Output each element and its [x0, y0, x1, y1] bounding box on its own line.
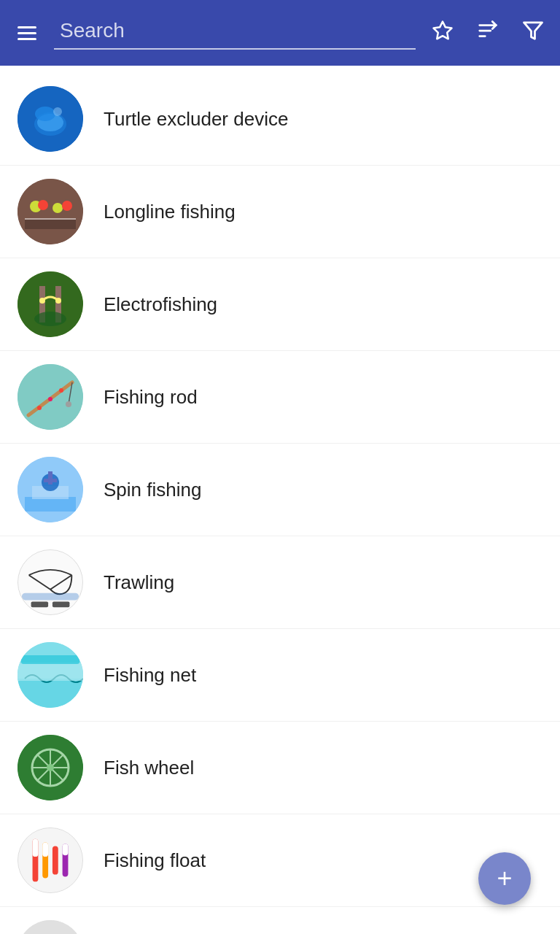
svg-rect-39 — [22, 593, 79, 601]
list-item-turtle-excluder-device[interactable]: Turtle excluder device — [0, 73, 560, 166]
svg-rect-60 — [63, 844, 69, 856]
svg-point-9 — [53, 107, 62, 116]
app-header — [0, 0, 560, 66]
item-title-trawling: Trawling — [104, 571, 174, 594]
svg-point-53 — [18, 828, 82, 892]
svg-point-8 — [35, 107, 55, 121]
svg-rect-35 — [44, 479, 57, 482]
svg-point-22 — [55, 298, 61, 304]
list-item-fishing-float[interactable]: Fishing float — [0, 814, 560, 907]
svg-rect-11 — [25, 219, 76, 229]
item-title-fishing-rod: Fishing rod — [104, 386, 198, 409]
svg-point-17 — [18, 271, 83, 337]
add-button[interactable]: + — [478, 852, 531, 905]
avatar-fishing-float — [18, 827, 83, 893]
item-title-fishing-float: Fishing float — [104, 849, 206, 872]
avatar-fish-wheel — [18, 735, 83, 800]
svg-point-29 — [66, 401, 71, 407]
svg-marker-4 — [524, 22, 542, 39]
svg-marker-0 — [434, 21, 452, 39]
svg-point-10 — [18, 179, 83, 244]
svg-point-21 — [39, 298, 45, 304]
svg-point-52 — [47, 764, 54, 771]
svg-point-61 — [18, 920, 83, 934]
svg-rect-41 — [52, 601, 69, 607]
svg-point-26 — [48, 397, 52, 401]
avatar-turtle-excluder-device — [18, 86, 83, 152]
avatar-longline-fishing — [18, 179, 83, 244]
svg-rect-40 — [31, 601, 48, 607]
item-title-electrofishing: Electrofishing — [104, 293, 217, 316]
svg-point-36 — [18, 550, 82, 614]
list-item-longline-fishing[interactable]: Longline fishing — [0, 166, 560, 258]
list-item-trawling[interactable]: Trawling — [0, 536, 560, 629]
header-actions — [427, 15, 548, 51]
svg-point-15 — [62, 201, 72, 211]
star-icon[interactable] — [427, 15, 458, 51]
svg-point-13 — [38, 200, 48, 210]
list-item-fishing-net[interactable]: Fishing net — [0, 629, 560, 722]
avatar-fishing-net — [18, 642, 83, 708]
svg-point-27 — [59, 388, 63, 393]
avatar-speargun — [18, 920, 83, 934]
avatar-fishing-rod — [18, 364, 83, 430]
svg-rect-55 — [33, 839, 39, 857]
menu-icon[interactable] — [12, 20, 42, 46]
sort-icon[interactable] — [472, 15, 503, 51]
list-item-electrofishing[interactable]: Electrofishing — [0, 258, 560, 351]
avatar-electrofishing — [18, 271, 83, 337]
svg-rect-43 — [18, 679, 83, 708]
svg-rect-57 — [42, 843, 48, 857]
avatar-spin-fishing — [18, 457, 83, 522]
list-item-fish-wheel[interactable]: Fish wheel — [0, 722, 560, 814]
filter-icon[interactable] — [518, 15, 548, 51]
svg-rect-44 — [18, 663, 83, 681]
item-title-fish-wheel: Fish wheel — [104, 757, 194, 779]
svg-rect-58 — [52, 846, 58, 874]
avatar-trawling — [18, 549, 83, 615]
svg-rect-34 — [48, 471, 52, 485]
item-title-turtle-excluder-device: Turtle excluder device — [104, 108, 288, 131]
svg-point-14 — [52, 203, 63, 213]
list-item-fishing-rod[interactable]: Fishing rod — [0, 351, 560, 444]
search-input[interactable] — [54, 16, 416, 50]
list-item-spin-fishing[interactable]: Spin fishing — [0, 444, 560, 536]
list-item-speargun[interactable]: Speargun — [0, 907, 560, 934]
item-title-longline-fishing: Longline fishing — [104, 201, 236, 223]
fishing-list: Turtle excluder device Longline fishing … — [0, 66, 560, 934]
svg-point-20 — [34, 312, 66, 326]
item-title-spin-fishing: Spin fishing — [104, 479, 201, 501]
item-title-fishing-net: Fishing net — [104, 664, 196, 687]
svg-point-25 — [37, 406, 42, 410]
svg-rect-45 — [21, 655, 79, 664]
